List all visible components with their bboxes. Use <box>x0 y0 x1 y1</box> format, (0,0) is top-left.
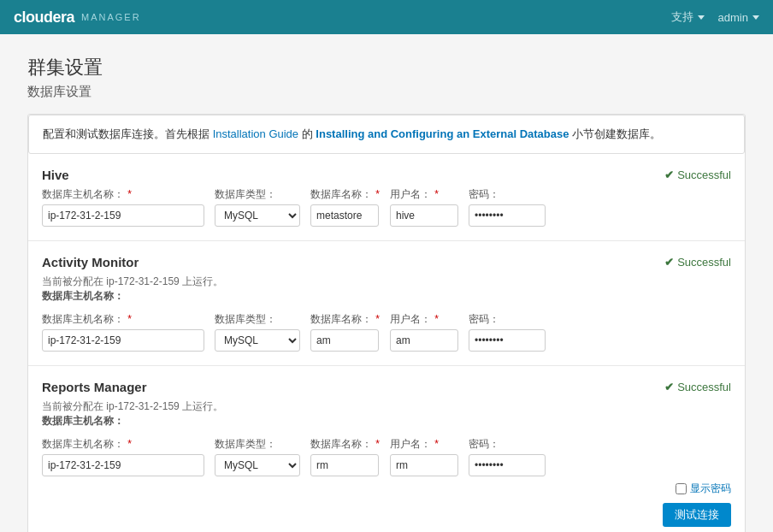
rm-username-group: 用户名： * <box>390 437 458 476</box>
rm-dbtype-label: 数据库类型： <box>215 437 300 452</box>
support-menu[interactable]: 支持 <box>671 9 705 25</box>
page-subtitle: 数据库设置 <box>27 84 746 100</box>
hive-password-label: 密码： <box>469 187 546 202</box>
am-dbname-label: 数据库名称： * <box>310 312 380 327</box>
rm-dbtype-select[interactable]: MySQL PostgreSQL Oracle <box>215 454 300 476</box>
header-nav: 支持 admin <box>671 9 759 25</box>
reports-manager-header: Reports Manager ✔ Successful <box>42 380 731 394</box>
hive-dbtype-group: 数据库类型： MySQL PostgreSQL Oracle <box>215 187 300 227</box>
hive-service-name: Hive <box>42 168 69 182</box>
support-chevron-icon <box>698 15 705 20</box>
show-password-checkbox[interactable] <box>676 483 687 494</box>
am-username-label: 用户名： * <box>390 312 458 327</box>
am-dbname-group: 数据库名称： * <box>310 312 380 352</box>
installation-guide-link[interactable]: Installation Guide <box>213 127 298 140</box>
rm-password-input[interactable] <box>469 454 546 476</box>
hive-hostname-input[interactable] <box>42 204 204 227</box>
hive-username-label: 用户名： * <box>390 187 458 202</box>
hive-dbname-input[interactable] <box>310 204 379 227</box>
page-title: 群集设置 <box>27 55 746 80</box>
admin-chevron-icon <box>752 15 759 20</box>
rm-hostname-input[interactable] <box>42 454 204 476</box>
hive-hostname-group: 数据库主机名称： * <box>42 187 204 227</box>
cloudera-wordmark: cloudera <box>14 9 74 27</box>
hive-password-input[interactable] <box>469 204 546 227</box>
hive-password-group: 密码： <box>469 187 546 227</box>
activity-monitor-info: 当前被分配在 ip-172-31-2-159 上运行。 数据库主机名称： <box>42 275 731 304</box>
activity-monitor-check-icon: ✔ <box>664 256 674 269</box>
activity-monitor-status: ✔ Successful <box>664 256 731 269</box>
rm-hostname-label: 数据库主机名称： * <box>42 437 204 452</box>
am-hostname-input[interactable] <box>42 329 204 352</box>
activity-monitor-header: Activity Monitor ✔ Successful <box>42 255 731 269</box>
test-connection-row: 测试连接 <box>42 503 731 527</box>
rm-dbname-label: 数据库名称： * <box>310 437 380 452</box>
test-connection-button[interactable]: 测试连接 <box>663 503 731 527</box>
hive-dbtype-label: 数据库类型： <box>215 187 300 202</box>
hive-hostname-label: 数据库主机名称： * <box>42 187 204 202</box>
hive-username-group: 用户名： * <box>390 187 458 227</box>
am-username-group: 用户名： * <box>390 312 458 352</box>
rm-username-label: 用户名： * <box>390 437 458 452</box>
reports-manager-service-name: Reports Manager <box>42 380 147 394</box>
hive-dbtype-select[interactable]: MySQL PostgreSQL Oracle <box>215 204 300 227</box>
am-password-input[interactable] <box>469 329 546 352</box>
am-hostname-label: 数据库主机名称： * <box>42 312 204 327</box>
am-hostname-group: 数据库主机名称： * <box>42 312 204 352</box>
rm-dbtype-group: 数据库类型： MySQL PostgreSQL Oracle <box>215 437 300 476</box>
reports-manager-section: Reports Manager ✔ Successful 当前被分配在 ip-1… <box>28 366 745 533</box>
services-container: 配置和测试数据库连接。首先根据 Installation Guide 的 Ins… <box>27 114 746 532</box>
manager-wordmark: MANAGER <box>81 12 141 22</box>
hive-form-row: 数据库主机名称： * 数据库类型： MySQL PostgreSQL Oracl… <box>42 187 731 227</box>
show-password-label[interactable]: 显示密码 <box>690 482 731 496</box>
hive-dbname-label: 数据库名称： * <box>310 187 380 202</box>
show-password-row: 显示密码 <box>42 482 731 496</box>
activity-monitor-service-name: Activity Monitor <box>42 255 139 269</box>
am-dbtype-label: 数据库类型： <box>215 312 300 327</box>
reports-manager-form-row: 数据库主机名称： * 数据库类型： MySQL PostgreSQL Oracl… <box>42 437 731 476</box>
hive-username-input[interactable] <box>390 204 458 227</box>
rm-password-label: 密码： <box>469 437 546 452</box>
activity-monitor-form-row: 数据库主机名称： * 数据库类型： MySQL PostgreSQL Oracl… <box>42 312 731 352</box>
hive-section: Hive ✔ Successful 数据库主机名称： * 数据库类型： <box>28 154 745 241</box>
info-box: 配置和测试数据库连接。首先根据 Installation Guide 的 Ins… <box>28 115 745 154</box>
rm-hostname-group: 数据库主机名称： * <box>42 437 204 476</box>
logo-area: cloudera MANAGER <box>14 9 141 27</box>
hive-header: Hive ✔ Successful <box>42 168 731 182</box>
rm-username-input[interactable] <box>390 454 458 476</box>
reports-manager-status: ✔ Successful <box>664 381 731 393</box>
am-dbtype-select[interactable]: MySQL PostgreSQL Oracle <box>215 329 300 352</box>
hive-check-icon: ✔ <box>664 168 674 181</box>
main-content: 群集设置 数据库设置 配置和测试数据库连接。首先根据 Installation … <box>0 34 773 532</box>
hive-status: ✔ Successful <box>664 168 731 181</box>
header: cloudera MANAGER 支持 admin <box>0 0 773 34</box>
am-dbtype-group: 数据库类型： MySQL PostgreSQL Oracle <box>215 312 300 352</box>
am-dbname-input[interactable] <box>310 329 379 352</box>
rm-dbname-group: 数据库名称： * <box>310 437 380 476</box>
am-password-group: 密码： <box>469 312 546 352</box>
info-text-prefix: 配置和测试数据库连接。首先根据 <box>43 127 209 140</box>
rm-password-group: 密码： <box>469 437 546 476</box>
info-text-suffix: 小节创建数据库。 <box>572 127 661 140</box>
hive-dbname-group: 数据库名称： * <box>310 187 380 227</box>
external-db-link[interactable]: Installing and Configuring an External D… <box>316 127 569 140</box>
admin-menu[interactable]: admin <box>718 11 759 24</box>
reports-manager-check-icon: ✔ <box>664 381 674 393</box>
reports-manager-info: 当前被分配在 ip-172-31-2-159 上运行。 数据库主机名称： <box>42 399 731 429</box>
am-username-input[interactable] <box>390 329 458 352</box>
info-text-middle: 的 <box>302 127 313 140</box>
rm-dbname-input[interactable] <box>310 454 379 476</box>
activity-monitor-section: Activity Monitor ✔ Successful 当前被分配在 ip-… <box>28 241 745 366</box>
am-password-label: 密码： <box>469 312 546 327</box>
